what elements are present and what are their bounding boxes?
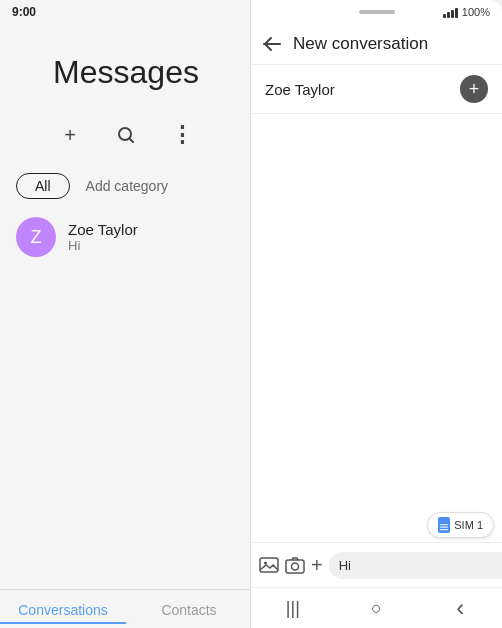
filter-row: All Add category xyxy=(0,167,252,205)
recipient-name: Zoe Taylor xyxy=(265,81,335,98)
camera-icon xyxy=(285,555,305,575)
gallery-icon xyxy=(259,555,279,575)
conversation-item[interactable]: Z Zoe Taylor Hi xyxy=(0,205,252,269)
svg-line-1 xyxy=(130,139,134,143)
tab-conversations[interactable]: Conversations xyxy=(0,598,126,624)
conv-info: Zoe Taylor Hi xyxy=(68,221,138,253)
back-nav-button[interactable]: ‹ xyxy=(440,594,480,622)
recipient-row: Zoe Taylor + xyxy=(251,65,502,114)
battery-label: 100% xyxy=(462,6,490,18)
avatar: Z xyxy=(16,217,56,257)
svg-rect-10 xyxy=(286,560,304,573)
conv-preview: Hi xyxy=(68,238,138,253)
svg-rect-4 xyxy=(441,519,447,523)
messages-title: Messages xyxy=(0,24,252,111)
bar1 xyxy=(443,14,446,18)
home-nav-icon: ○ xyxy=(371,598,382,618)
tab-conversations-label: Conversations xyxy=(18,602,108,618)
back-nav-icon: ‹ xyxy=(456,594,464,621)
dots-icon: ⋮ xyxy=(171,124,194,146)
attach-icon: + xyxy=(311,554,323,577)
attach-button[interactable]: + xyxy=(311,554,323,577)
add-recipient-icon: + xyxy=(469,79,480,100)
status-pill xyxy=(359,10,395,14)
tab-contacts[interactable]: Contacts xyxy=(126,598,252,624)
home-nav-button[interactable]: ○ xyxy=(356,598,396,619)
camera-button[interactable] xyxy=(285,555,305,575)
chat-area xyxy=(251,114,502,542)
signal-icons: 100% xyxy=(443,6,490,18)
sim-badge[interactable]: SIM 1 xyxy=(427,512,494,538)
compose-button[interactable]: + xyxy=(54,119,86,151)
time-display: 9:00 xyxy=(12,5,36,19)
nav-bar: ||| ○ ‹ xyxy=(251,587,502,628)
search-button[interactable] xyxy=(110,119,142,151)
menu-nav-icon: ||| xyxy=(286,598,300,618)
bar4 xyxy=(455,8,458,18)
all-filter-button[interactable]: All xyxy=(16,173,70,199)
gallery-button[interactable] xyxy=(259,555,279,575)
back-icon xyxy=(263,36,285,52)
sim-icon xyxy=(438,517,450,533)
signal-bars xyxy=(443,6,458,18)
svg-point-9 xyxy=(264,562,267,565)
more-button[interactable]: ⋮ xyxy=(166,119,198,151)
sim-label: SIM 1 xyxy=(454,519,483,531)
svg-point-11 xyxy=(292,563,299,570)
right-panel: 100% New conversation Zoe Taylor + xyxy=(250,0,502,628)
conv-name: Zoe Taylor xyxy=(68,221,138,238)
status-bar-left: 9:00 xyxy=(0,0,252,24)
input-bar: + xyxy=(251,542,502,587)
search-icon xyxy=(116,125,136,145)
new-conv-header: New conversation xyxy=(251,24,502,65)
add-recipient-button[interactable]: + xyxy=(460,75,488,103)
plus-icon: + xyxy=(64,124,76,147)
left-panel: 9:00 Messages + ⋮ All Add category Z Zoe… xyxy=(0,0,252,628)
bar2 xyxy=(447,12,450,18)
svg-rect-6 xyxy=(440,526,448,527)
bar3 xyxy=(451,10,454,18)
tab-contacts-label: Contacts xyxy=(161,602,216,618)
svg-rect-7 xyxy=(440,529,448,530)
toolbar-icons: + ⋮ xyxy=(0,111,252,159)
add-category-button[interactable]: Add category xyxy=(86,178,169,194)
new-conv-title: New conversation xyxy=(293,34,428,54)
svg-rect-5 xyxy=(440,524,448,525)
back-button[interactable] xyxy=(263,36,285,52)
svg-rect-8 xyxy=(260,558,278,572)
status-bar-right: 100% xyxy=(251,0,502,24)
message-input[interactable] xyxy=(329,552,502,579)
avatar-letter: Z xyxy=(31,227,42,248)
bottom-tabs: Conversations Contacts xyxy=(0,589,252,628)
menu-nav-button[interactable]: ||| xyxy=(273,598,313,619)
